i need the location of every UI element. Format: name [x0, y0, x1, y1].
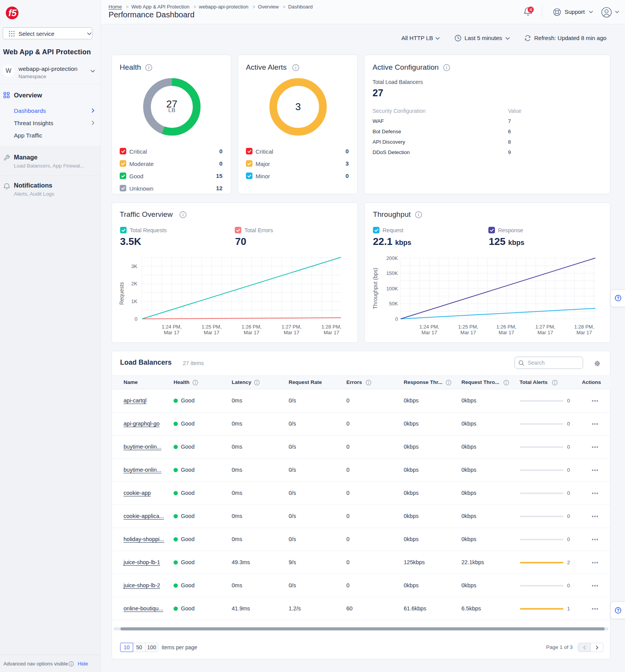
- svg-text:2K: 2K: [131, 281, 137, 287]
- svg-text:1:28 PM,: 1:28 PM,: [574, 324, 594, 330]
- svg-text:Mar 17: Mar 17: [499, 330, 514, 335]
- svg-text:Mar 17: Mar 17: [460, 330, 476, 335]
- svg-text:1:25 PM,: 1:25 PM,: [458, 324, 478, 330]
- svg-text:200K: 200K: [386, 255, 398, 261]
- svg-text:LB: LB: [168, 107, 175, 113]
- svg-text:0: 0: [135, 316, 137, 322]
- svg-text:f5: f5: [8, 8, 17, 18]
- svg-text:1:26 PM,: 1:26 PM,: [496, 324, 516, 330]
- svg-text:Mar 17: Mar 17: [324, 330, 339, 335]
- svg-text:1:27 PM,: 1:27 PM,: [535, 324, 555, 330]
- svg-text:?: ?: [617, 608, 619, 613]
- svg-text:1:25 PM,: 1:25 PM,: [202, 324, 222, 330]
- svg-text:Mar 17: Mar 17: [204, 330, 219, 335]
- svg-text:1:28 PM,: 1:28 PM,: [321, 324, 341, 330]
- svg-text:Mar 17: Mar 17: [244, 330, 259, 335]
- svg-text:1:27 PM,: 1:27 PM,: [281, 324, 301, 330]
- svg-text:Mar 17: Mar 17: [538, 330, 553, 335]
- svg-text:50K: 50K: [389, 301, 398, 307]
- svg-text:Mar 17: Mar 17: [284, 330, 299, 335]
- svg-text:?: ?: [617, 296, 619, 300]
- svg-text:0: 0: [395, 316, 398, 322]
- svg-text:Requests: Requests: [119, 282, 125, 305]
- svg-text:1K: 1K: [131, 298, 137, 304]
- svg-text:3K: 3K: [131, 263, 137, 269]
- svg-text:100K: 100K: [386, 286, 398, 292]
- svg-text:1:26 PM,: 1:26 PM,: [242, 324, 262, 330]
- svg-text:Mar 17: Mar 17: [421, 330, 437, 335]
- svg-text:Mar 17: Mar 17: [164, 330, 179, 335]
- svg-text:Throughput (bps): Throughput (bps): [372, 268, 378, 309]
- svg-text:1:24 PM,: 1:24 PM,: [162, 324, 182, 330]
- svg-text:Mar 17: Mar 17: [577, 330, 592, 335]
- svg-text:3: 3: [295, 101, 301, 112]
- svg-text:1:24 PM,: 1:24 PM,: [419, 324, 439, 330]
- svg-text:150K: 150K: [386, 270, 398, 276]
- svg-text:i: i: [71, 662, 72, 666]
